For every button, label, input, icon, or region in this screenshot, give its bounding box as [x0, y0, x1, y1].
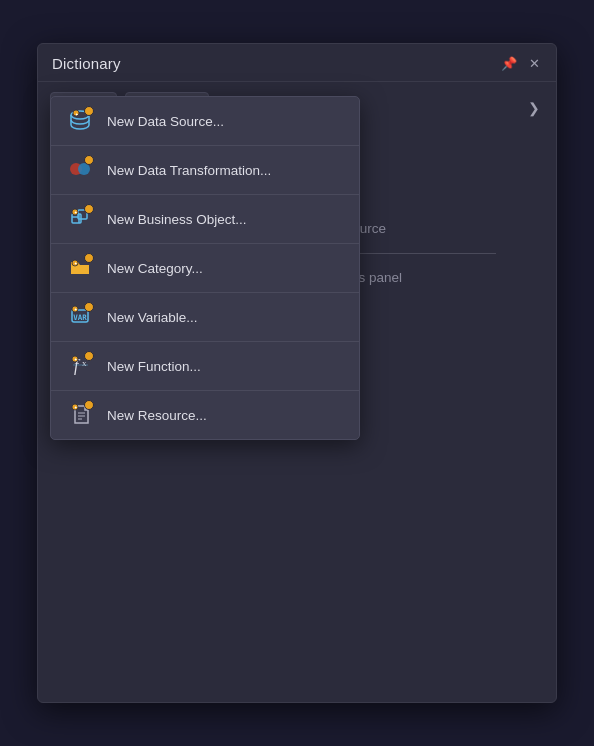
- resource-icon: ✦: [67, 402, 93, 428]
- menu-item-variable-label: New Variable...: [107, 310, 198, 325]
- menu-item-data-transformation[interactable]: New Data Transformation...: [51, 146, 359, 195]
- menu-item-business-object-label: New Business Object...: [107, 212, 247, 227]
- menu-item-data-source-label: New Data Source...: [107, 114, 224, 129]
- menu-item-resource[interactable]: ✦ New Resource...: [51, 391, 359, 439]
- function-icon: f x ✦: [67, 353, 93, 379]
- badge: [84, 155, 94, 165]
- expand-icon[interactable]: ❯: [524, 96, 544, 120]
- menu-item-variable[interactable]: VAR ✦ New Variable...: [51, 293, 359, 342]
- window-title: Dictionary: [52, 55, 121, 72]
- title-bar: Dictionary 📌 ✕: [38, 44, 556, 82]
- close-icon[interactable]: ✕: [527, 54, 542, 73]
- badge: [84, 351, 94, 361]
- menu-item-business-object[interactable]: ✦ New Business Object...: [51, 195, 359, 244]
- variable-icon: VAR ✦: [67, 304, 93, 330]
- menu-item-category-label: New Category...: [107, 261, 203, 276]
- pin-icon[interactable]: 📌: [499, 54, 519, 73]
- menu-item-function[interactable]: f x ✦ New Function...: [51, 342, 359, 391]
- badge: [84, 106, 94, 116]
- data-source-icon: ✦: [67, 108, 93, 134]
- badge: [84, 204, 94, 214]
- menu-item-category[interactable]: ✦ New Category...: [51, 244, 359, 293]
- menu-item-data-source[interactable]: ✦ New Data Source...: [51, 97, 359, 146]
- dictionary-window: Dictionary 📌 ✕ New ▾ Actions ▾ ✕ ❯: [37, 43, 557, 703]
- business-object-icon: ✦: [67, 206, 93, 232]
- title-controls: 📌 ✕: [499, 54, 542, 73]
- badge: [84, 400, 94, 410]
- badge: [84, 302, 94, 312]
- menu-item-data-transformation-label: New Data Transformation...: [107, 163, 271, 178]
- menu-item-resource-label: New Resource...: [107, 408, 207, 423]
- menu-item-function-label: New Function...: [107, 359, 201, 374]
- badge: [84, 253, 94, 263]
- new-dropdown-menu: ✦ New Data Source... New Data Transforma…: [50, 96, 360, 440]
- category-icon: ✦: [67, 255, 93, 281]
- svg-text:VAR: VAR: [73, 312, 87, 321]
- data-transformation-icon: [67, 157, 93, 183]
